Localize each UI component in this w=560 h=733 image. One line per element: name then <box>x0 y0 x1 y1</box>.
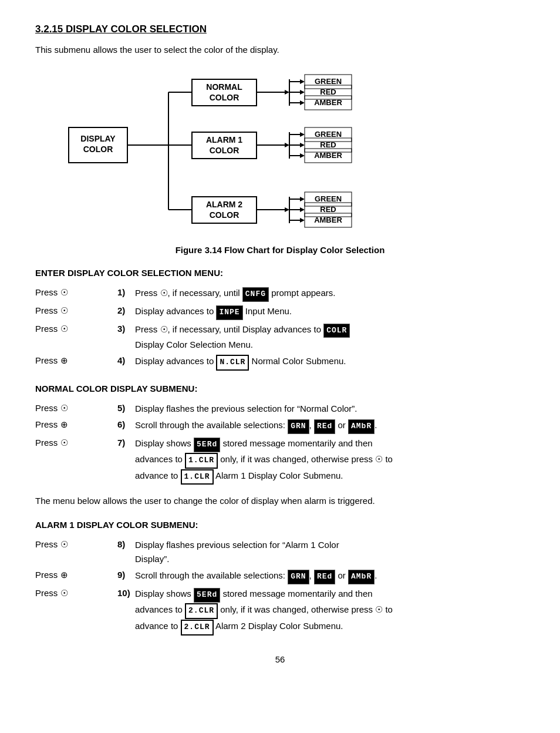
lcd-1clr-b: 1.CLR <box>181 469 214 485</box>
svg-text:GREEN: GREEN <box>315 130 342 139</box>
svg-text:AMBER: AMBER <box>314 151 342 160</box>
lcd-nclr: N.CLR <box>216 355 249 371</box>
svg-marker-21 <box>300 79 305 84</box>
step-text: Scroll through the available selections:… <box>135 567 525 586</box>
step-text: Display flashes the previous selection f… <box>135 401 525 417</box>
lcd-grn2: GRN <box>288 570 309 584</box>
press-label: Press ⊕ <box>35 417 117 435</box>
lcd-colr: COLR <box>323 324 350 338</box>
lcd-1clr-a: 1.CLR <box>185 453 218 469</box>
lcd-inpe: INPE <box>216 305 242 320</box>
figure-caption: Figure 3.14 Flow Chart for Display Color… <box>35 245 525 255</box>
step-text: Display advances to N.CLR Normal Color S… <box>135 353 525 372</box>
step-num: 10) <box>117 586 135 636</box>
press-label: Press ☉ <box>35 537 117 567</box>
lcd-ambr2: AMbR <box>348 570 375 584</box>
svg-marker-29 <box>300 100 305 105</box>
table-row: Press ☉ 3) Press ☉, if necessary, until … <box>35 321 525 354</box>
normal-color-table: Press ☉ 5) Display flashes the previous … <box>35 401 525 486</box>
flow-chart-svg: DISPLAY COLOR NORMAL COLOR ALARM 1 COLOR… <box>63 69 497 233</box>
table-row: Press ☉ 2) Display advances to INPE Inpu… <box>35 303 525 321</box>
step-num: 6) <box>117 417 135 435</box>
press-label: Press ☉ <box>35 586 117 636</box>
svg-marker-48 <box>285 207 289 212</box>
lcd-5erd: 5ERd <box>194 438 220 452</box>
normal-color-heading: NORMAL COLOR DISPLAY SUBMENU: <box>35 384 525 394</box>
svg-marker-25 <box>300 90 305 95</box>
step-text: Display shows 5ERd stored message moment… <box>135 435 525 486</box>
press-label: Press ☉ <box>35 321 117 354</box>
flow-chart-container: DISPLAY COLOR NORMAL COLOR ALARM 1 COLOR… <box>35 69 525 233</box>
press-label: Press ⊕ <box>35 567 117 586</box>
enter-menu-heading: ENTER DISPLAY COLOR SELECTION MENU: <box>35 268 525 278</box>
section-title: 3.2.15 DISPLAY COLOR SELECTION <box>35 23 525 35</box>
svg-text:COLOR: COLOR <box>210 210 239 220</box>
lcd-5erd2: 5ERd <box>194 588 220 603</box>
table-row: Press ⊕ 4) Display advances to N.CLR Nor… <box>35 353 525 372</box>
step-text: Display shows 5ERd stored message moment… <box>135 586 525 636</box>
page-number: 56 <box>35 654 525 664</box>
svg-text:GREEN: GREEN <box>315 194 342 203</box>
step-text: Scroll through the available selections:… <box>135 417 525 435</box>
press-label: Press ☉ <box>35 285 117 303</box>
table-row: Press ☉ 8) Display flashes previous sele… <box>35 537 525 567</box>
press-label: Press ⊕ <box>35 353 117 372</box>
table-row: Press ☉ 1) Press ☉, if necessary, until … <box>35 285 525 303</box>
svg-text:COLOR: COLOR <box>83 144 113 154</box>
step-num: 7) <box>117 435 135 486</box>
table-row: Press ☉ 7) Display shows 5ERd stored mes… <box>35 435 525 486</box>
step-num: 3) <box>117 321 135 354</box>
press-label: Press ☉ <box>35 435 117 486</box>
lcd-grn: GRN <box>288 419 309 434</box>
step-num: 9) <box>117 567 135 586</box>
step-num: 2) <box>117 303 135 321</box>
svg-marker-59 <box>300 218 305 223</box>
alarm1-heading: ALARM 1 DISPLAY COLOR SUBMENU: <box>35 520 525 530</box>
lcd-red2: REd <box>314 570 335 584</box>
svg-text:AMBER: AMBER <box>314 216 342 224</box>
svg-marker-36 <box>300 132 305 137</box>
enter-menu-table: Press ☉ 1) Press ☉, if necessary, until … <box>35 285 525 372</box>
step-num: 8) <box>117 537 135 567</box>
svg-text:RED: RED <box>320 205 336 214</box>
press-label: Press ☉ <box>35 303 117 321</box>
lcd-2clr-a: 2.CLR <box>185 603 218 619</box>
intro-text: This submenu allows the user to select t… <box>35 45 525 55</box>
step-num: 1) <box>117 285 135 303</box>
svg-marker-40 <box>300 143 305 147</box>
paragraph-text: The menu below allows the user to change… <box>35 494 525 508</box>
lcd-red: REd <box>314 419 335 434</box>
svg-marker-44 <box>300 153 305 158</box>
svg-text:GREEN: GREEN <box>315 77 342 86</box>
svg-text:DISPLAY: DISPLAY <box>80 134 116 143</box>
svg-marker-51 <box>300 197 305 201</box>
svg-text:RED: RED <box>320 140 336 149</box>
svg-text:ALARM 1: ALARM 1 <box>206 135 242 144</box>
table-row: Press ☉ 10) Display shows 5ERd stored me… <box>35 586 525 636</box>
svg-text:RED: RED <box>320 88 336 96</box>
svg-marker-33 <box>285 143 289 147</box>
step-text: Press ☉, if necessary, until CNFG prompt… <box>135 285 525 303</box>
svg-text:NORMAL: NORMAL <box>206 82 242 92</box>
step-text: Display advances to INPE Input Menu. <box>135 303 525 321</box>
table-row: Press ☉ 5) Display flashes the previous … <box>35 401 525 417</box>
press-label: Press ☉ <box>35 401 117 417</box>
lcd-cnfg: CNFG <box>242 287 269 302</box>
svg-text:COLOR: COLOR <box>210 146 239 155</box>
svg-marker-18 <box>285 90 289 95</box>
svg-marker-55 <box>300 207 305 212</box>
step-num: 5) <box>117 401 135 417</box>
table-row: Press ⊕ 9) Scroll through the available … <box>35 567 525 586</box>
step-text: Press ☉, if necessary, until Display adv… <box>135 321 525 354</box>
lcd-ambr: AMbR <box>348 419 375 434</box>
step-num: 4) <box>117 353 135 372</box>
lcd-2clr-b: 2.CLR <box>181 620 214 636</box>
svg-text:COLOR: COLOR <box>210 93 239 102</box>
alarm1-table: Press ☉ 8) Display flashes previous sele… <box>35 537 525 636</box>
svg-text:AMBER: AMBER <box>314 98 342 107</box>
step-text: Display flashes previous selection for “… <box>135 537 525 567</box>
table-row: Press ⊕ 6) Scroll through the available … <box>35 417 525 435</box>
svg-text:ALARM 2: ALARM 2 <box>206 200 242 209</box>
